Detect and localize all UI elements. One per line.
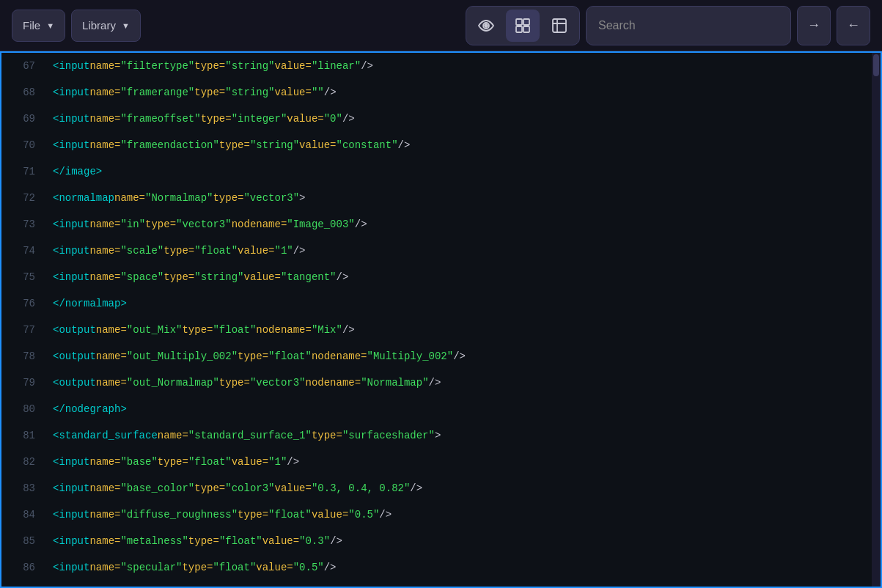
code-token-punct: />: [330, 528, 342, 554]
code-token-tag: <input: [53, 449, 89, 475]
code-token-tag: <output: [53, 343, 96, 370]
code-token-attr-value: "frameoffset": [120, 106, 200, 132]
code-token-attr-name: value=: [238, 238, 274, 264]
code-token-attr-name: value=: [256, 554, 293, 581]
code-token-attr-name: nodename=: [256, 317, 312, 343]
line-number: 77: [1, 317, 47, 343]
code-token-attr-value: "framerange": [120, 79, 194, 106]
code-token-attr-name: name=: [89, 106, 120, 132]
library-menu-button[interactable]: Library ▼: [71, 10, 141, 42]
code-line: <output name="out_Normalmap" type="vecto…: [53, 370, 881, 396]
code-token-attr-value: "scale": [120, 238, 163, 264]
code-token-attr-value: "": [312, 79, 324, 106]
code-token-attr-value: "string": [225, 53, 274, 79]
viewer-icon-button[interactable]: [469, 10, 503, 42]
code-line: <output name="out_Multiply_002" type="fl…: [53, 343, 881, 370]
code-token-attr-name: value=: [262, 528, 299, 554]
code-token-attr-name: type=: [188, 528, 219, 554]
search-input[interactable]: [598, 19, 779, 32]
scrollbar-thumb[interactable]: [873, 54, 879, 76]
code-token-punct: />: [355, 211, 367, 238]
code-token-punct: />: [342, 317, 355, 343]
code-token-attr-name: name=: [89, 132, 120, 158]
code-token-attr-name: nodename=: [306, 370, 361, 396]
code-token-attr-name: type=: [238, 501, 268, 528]
code-token-attr-name: name=: [89, 53, 120, 79]
code-token-attr-name: value=: [299, 132, 336, 158]
code-token-attr-value: "tangent": [281, 264, 337, 290]
code-line: <input name="scale" type="float" value="…: [53, 238, 881, 264]
code-token-tag: <input: [53, 501, 89, 528]
line-number: 73: [1, 211, 47, 238]
code-token-attr-value: "out_Multiply_002": [127, 343, 238, 370]
forward-button[interactable]: →: [797, 6, 831, 45]
code-token-attr-name: type=: [163, 264, 194, 290]
code-line: <input name="in" type="vector3" nodename…: [53, 211, 881, 238]
code-token-attr-value: "Normalmap": [145, 185, 213, 211]
code-token-attr-name: value=: [275, 475, 312, 501]
code-line: <input name="frameendaction" type="strin…: [53, 132, 881, 158]
code-token-attr-value: "constant": [337, 132, 398, 158]
layers-icon-button[interactable]: [506, 10, 540, 42]
line-number: 78: [1, 343, 47, 370]
code-token-attr-value: "1": [268, 449, 287, 475]
code-token-tag: </image>: [53, 158, 102, 185]
svg-point-1: [485, 24, 488, 27]
code-token-attr-name: value=: [275, 79, 312, 106]
line-number: 70: [1, 132, 47, 158]
scrollbar[interactable]: [872, 53, 881, 587]
code-token-tag: <input: [53, 475, 89, 501]
code-token-attr-name: name=: [158, 422, 188, 449]
code-token-attr-name: type=: [219, 370, 250, 396]
code-token-punct: />: [453, 343, 466, 370]
code-token-attr-value: "integer": [232, 106, 287, 132]
code-token-attr-value: "filtertype": [120, 53, 194, 79]
file-menu-button[interactable]: File ▼: [12, 10, 65, 42]
code-token-tag: <input: [53, 238, 89, 264]
code-token-attr-name: name=: [96, 317, 127, 343]
code-token-tag: <input: [53, 53, 89, 79]
code-token-attr-value: "0.3, 0.4, 0.82": [312, 475, 410, 501]
package-icon-button[interactable]: [543, 10, 576, 42]
code-token-tag: <output: [53, 317, 96, 343]
code-token-attr-name: type=: [194, 475, 225, 501]
forward-arrow-icon: →: [807, 18, 820, 33]
code-token-attr-value: "Normalmap": [361, 370, 428, 396]
code-token-attr-value: "0.3": [299, 528, 330, 554]
code-token-attr-name: name=: [89, 238, 120, 264]
code-token-attr-name: nodename=: [232, 211, 287, 238]
svg-rect-4: [516, 26, 522, 32]
code-token-attr-value: "float": [213, 554, 256, 581]
code-token-attr-value: "out_Mix": [127, 317, 183, 343]
code-token-attr-value: "color3": [225, 475, 274, 501]
code-token-punct: />: [410, 475, 422, 501]
back-button[interactable]: ←: [837, 6, 870, 45]
code-token-attr-value: "0.5": [293, 554, 324, 581]
code-token-tag: <input: [53, 554, 89, 581]
code-content-area[interactable]: <input name="filtertype" type="string" v…: [47, 53, 881, 587]
code-token-attr-name: type=: [312, 422, 342, 449]
search-box: [586, 6, 791, 45]
line-number: 75: [1, 264, 47, 290]
code-token-attr-name: type=: [182, 317, 213, 343]
code-token-attr-value: "1": [275, 238, 293, 264]
library-menu-label: Library: [82, 19, 116, 32]
code-token-attr-value: "Multiply_002": [367, 343, 454, 370]
code-token-attr-value: "Image_003": [287, 211, 354, 238]
svg-rect-2: [516, 19, 522, 25]
line-number: 83: [1, 475, 47, 501]
code-token-attr-value: "0.5": [348, 501, 379, 528]
code-token-attr-name: name=: [96, 343, 127, 370]
code-token-punct: />: [337, 264, 349, 290]
code-token-attr-value: "float": [268, 343, 312, 370]
code-token-attr-name: name=: [89, 264, 120, 290]
line-number: 84: [1, 501, 47, 528]
line-number: 71: [1, 158, 47, 185]
viewer-icon: [477, 17, 495, 34]
code-line: <input name="diffuse_roughness" type="fl…: [53, 501, 881, 528]
code-line: <output name="out_Mix" type="float" node…: [53, 317, 881, 343]
code-token-attr-name: type=: [194, 79, 225, 106]
code-line: <input name="metalness" type="float" val…: [53, 528, 881, 554]
code-token-attr-name: type=: [213, 185, 243, 211]
code-token-attr-name: name=: [89, 528, 120, 554]
